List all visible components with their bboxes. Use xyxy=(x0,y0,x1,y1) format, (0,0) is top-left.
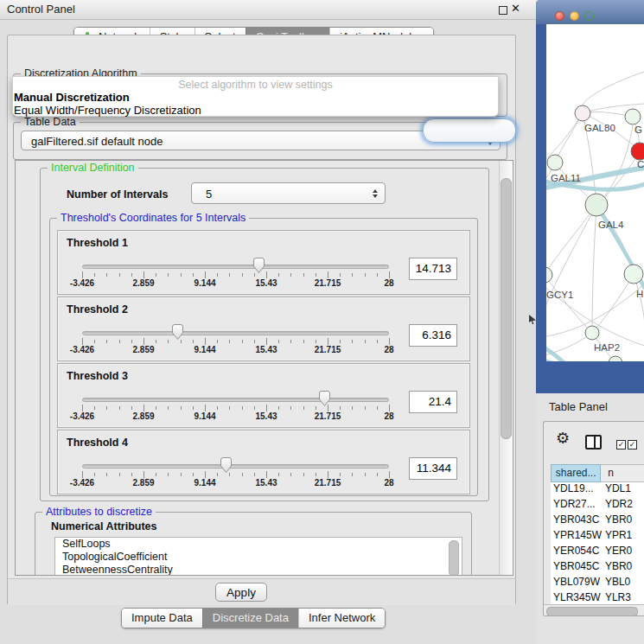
network-node-hap2[interactable] xyxy=(585,326,599,340)
close-panel-icon[interactable]: ✕ xyxy=(511,2,520,15)
slider-tick xyxy=(340,406,341,410)
slider-tick xyxy=(254,406,255,410)
algorithm-popup-hint: Select algorithm to view settings xyxy=(13,78,498,91)
tab-infer-network[interactable]: Infer Network xyxy=(298,609,385,628)
table-hscrollbar-thumb[interactable] xyxy=(546,607,638,616)
slider-tick-label: 21.715 xyxy=(306,478,349,488)
tab-label: Discretize Data xyxy=(213,609,289,628)
number-of-intervals-spinner[interactable]: 5 xyxy=(191,182,386,204)
attributes-group: Attributes to discretize Numerical Attri… xyxy=(35,512,472,576)
network-node-c[interactable] xyxy=(631,143,644,160)
network-node-gal11[interactable] xyxy=(547,155,563,170)
threshold-value-field[interactable]: 6.316 xyxy=(409,324,457,347)
slider-tick xyxy=(278,340,279,343)
network-edge[interactable] xyxy=(592,205,596,333)
tab-discretize-data[interactable]: Discretize Data xyxy=(202,609,298,628)
slider-track[interactable] xyxy=(82,331,389,335)
network-edge[interactable] xyxy=(555,113,583,163)
minimize-window-icon[interactable] xyxy=(570,11,579,21)
algorithm-option[interactable]: Manual Discretization xyxy=(13,91,498,104)
slider-thumb[interactable] xyxy=(219,456,233,474)
apply-bar: Apply xyxy=(8,578,515,605)
table-data-group-title: Table Data xyxy=(21,116,80,128)
network-edge-thick[interactable] xyxy=(546,346,576,361)
slider-tick xyxy=(290,406,291,410)
threshold-value-field[interactable]: 14.713 xyxy=(409,258,457,280)
slider-tick xyxy=(168,273,169,277)
slider-thumb[interactable] xyxy=(317,390,332,407)
column-header-name[interactable]: n xyxy=(601,464,644,482)
threshold-label: Threshold 4 xyxy=(67,437,128,449)
threshold-value-field[interactable]: 21.4 xyxy=(409,391,457,413)
threshold-value-field[interactable]: 11.344 xyxy=(409,457,457,480)
network-node-g[interactable] xyxy=(625,109,641,124)
slider-tick xyxy=(365,406,366,410)
apply-button[interactable]: Apply xyxy=(215,583,267,602)
attributes-list-scrollbar[interactable] xyxy=(449,540,459,576)
network-node-h[interactable] xyxy=(624,265,643,284)
network-edge[interactable] xyxy=(596,125,633,205)
slider-thumb[interactable] xyxy=(170,323,185,341)
network-node-gal80[interactable] xyxy=(575,105,590,121)
settings-scrollpane: Interval Definition Number of Intervals … xyxy=(15,160,513,576)
slider-tick xyxy=(193,473,194,476)
network-edge[interactable] xyxy=(592,274,634,333)
slider-tick-label: 21.715 xyxy=(306,278,349,288)
network-edge-thick[interactable] xyxy=(546,360,598,361)
table-hscrollbar-track[interactable] xyxy=(544,604,644,616)
cell-name: YER0 xyxy=(602,545,644,560)
mouse-cursor xyxy=(529,315,536,324)
attribute-item[interactable]: TopologicalCoefficient xyxy=(55,551,462,564)
algorithm-popup-options: Manual DiscretizationEqual Width/Frequen… xyxy=(13,91,498,117)
checkbox-icon-2[interactable]: ✓ xyxy=(628,440,637,450)
algorithm-option[interactable]: Equal Width/Frequency Discretization xyxy=(13,104,498,117)
checkbox-icon-1[interactable]: ✓ xyxy=(616,440,626,450)
slider-tick-label: 28 xyxy=(367,345,411,354)
float-panel-icon[interactable] xyxy=(499,6,507,15)
slider-tick xyxy=(290,273,291,277)
tab-impute-data[interactable]: Impute Data xyxy=(122,609,202,628)
slider-tick-label: 2.859 xyxy=(122,345,165,354)
attribute-item[interactable]: SelfLoops xyxy=(55,538,462,551)
zoom-window-icon[interactable] xyxy=(584,11,594,21)
table-row[interactable]: YER054CYER0 xyxy=(551,545,644,560)
network-edge[interactable] xyxy=(583,72,644,105)
network-edge[interactable] xyxy=(546,205,596,320)
columns-icon[interactable] xyxy=(585,435,602,450)
settings-scrollbar-track[interactable] xyxy=(499,161,513,575)
slider-tick xyxy=(193,406,194,410)
network-node-label: C xyxy=(637,159,644,169)
network-node-gcy1[interactable] xyxy=(546,267,552,283)
network-node-label: H xyxy=(636,289,643,299)
algorithm-dropdown-popup: Select algorithm to view settings Manual… xyxy=(12,76,499,117)
cell-name: YDL1 xyxy=(602,482,644,498)
network-edge[interactable] xyxy=(546,205,596,275)
algorithm-combobox[interactable] xyxy=(423,118,516,143)
slider-tick xyxy=(303,406,304,410)
slider-thumb[interactable] xyxy=(252,257,266,274)
spinner-arrows-icon xyxy=(373,189,378,198)
table-row[interactable]: YBR045CYBR0 xyxy=(551,560,644,576)
slider-track[interactable] xyxy=(82,464,389,469)
slider-tick xyxy=(131,473,132,476)
table-row[interactable]: YPR145WYPR1 xyxy=(551,529,644,545)
gear-icon[interactable]: ⚙ xyxy=(556,430,570,446)
attributes-group-title: Attributes to discretize xyxy=(42,506,156,518)
close-window-icon[interactable] xyxy=(555,11,564,21)
table-row[interactable]: YBR043CYBR0 xyxy=(551,513,644,529)
column-header-shared-name[interactable]: shared... xyxy=(551,464,601,482)
slider-track[interactable] xyxy=(82,265,389,269)
slider-tick xyxy=(278,273,279,277)
network-node-gal4[interactable] xyxy=(585,194,608,216)
network-canvas[interactable]: GAL80GCGAL11GAL4GCY1HHAP2 xyxy=(546,24,644,361)
table-row[interactable]: YBL079WYBL0 xyxy=(551,576,644,591)
settings-scrollbar-thumb[interactable] xyxy=(501,178,512,439)
slider-track[interactable] xyxy=(82,398,389,402)
slider-tick xyxy=(352,473,353,476)
attribute-item[interactable]: BetweennessCentrality xyxy=(55,564,462,576)
slider-tick xyxy=(389,338,390,345)
numerical-attributes-list[interactable]: SelfLoopsTopologicalCoefficientBetweenne… xyxy=(54,537,462,576)
slider-tick-label: -3.426 xyxy=(61,411,104,421)
table-row[interactable]: YDL19...YDL1 xyxy=(551,482,644,498)
table-row[interactable]: YDR27...YDR2 xyxy=(551,498,644,513)
